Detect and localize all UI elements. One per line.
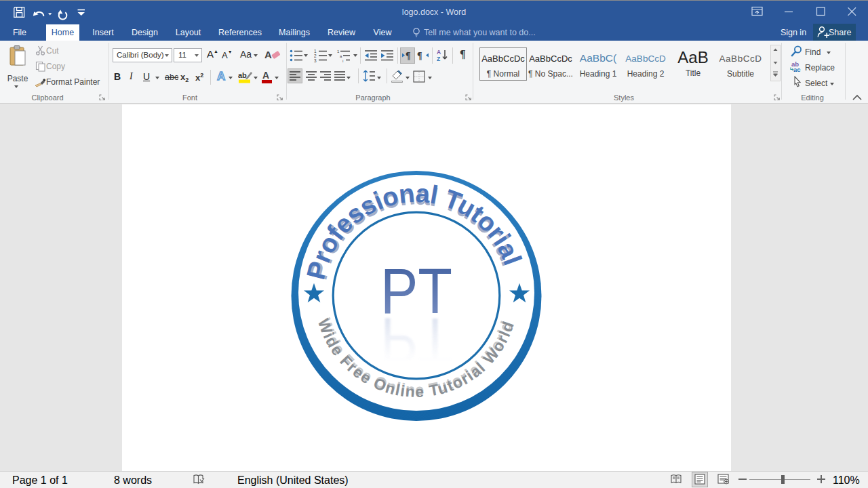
svg-text:PT: PT xyxy=(380,305,452,376)
svg-text:ac: ac xyxy=(793,66,801,73)
svg-text:¶: ¶ xyxy=(406,51,411,61)
svg-text:A: A xyxy=(264,49,272,60)
svg-text:3: 3 xyxy=(314,58,317,62)
svg-text:¶: ¶ xyxy=(417,51,422,61)
svg-text:Z: Z xyxy=(437,56,440,62)
svg-text:A: A xyxy=(437,49,441,56)
svg-text:A: A xyxy=(262,70,269,81)
svg-text:i: i xyxy=(342,59,343,62)
svg-text:1: 1 xyxy=(314,49,317,54)
svg-text:2: 2 xyxy=(314,54,317,58)
svg-text:ab: ab xyxy=(238,71,247,79)
svg-text:1: 1 xyxy=(337,49,340,54)
svg-text:a: a xyxy=(340,54,342,58)
